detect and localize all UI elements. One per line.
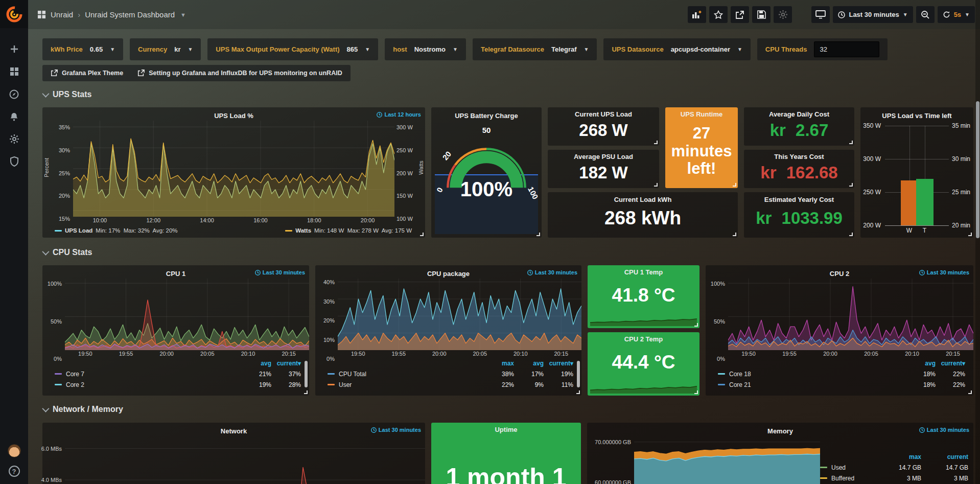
legend-entry[interactable]: WattsMin: 148 W Max: 278 W Avg: 175 W: [285, 227, 412, 234]
panel-resize-handle[interactable]: [694, 390, 698, 394]
panel-resize-handle[interactable]: [849, 183, 853, 187]
variable-value[interactable]: 865: [347, 45, 358, 53]
create-plus-icon[interactable]: [9, 43, 20, 55]
panel-title[interactable]: CPU 2 Temp: [624, 335, 663, 343]
configuration-gear-icon[interactable]: [9, 133, 20, 145]
panel-resize-handle[interactable]: [849, 141, 853, 144]
panel-resize-handle[interactable]: [420, 233, 424, 236]
panel-title[interactable]: Current UPS Load: [575, 110, 632, 118]
panel-resize-handle[interactable]: [733, 183, 736, 187]
legend-series-label[interactable]: Watts: [295, 227, 311, 234]
chevron-down-icon[interactable]: ▼: [180, 12, 186, 18]
panel-time-override[interactable]: Last 30 minutes: [527, 269, 577, 275]
legend-entry[interactable]: UPS LoadMin: 17% Max: 32% Avg: 20%: [55, 227, 178, 234]
panel-title[interactable]: Network: [221, 427, 247, 435]
cycle-view-mode-button[interactable]: [811, 6, 830, 23]
legend-sort-header[interactable]: current▾: [936, 360, 965, 367]
variable-telegraf-datasource[interactable]: Telegraf Datasource Telegraf ▼: [473, 38, 597, 60]
panel-title[interactable]: UPS Runtime: [681, 110, 722, 118]
panel-title[interactable]: CPU 1: [166, 270, 185, 278]
variable-value[interactable]: Telegraf: [551, 45, 577, 53]
page-scrollbar[interactable]: [975, 0, 980, 484]
admin-shield-icon[interactable]: [9, 156, 20, 167]
panel-time-override[interactable]: Last 30 minutes: [255, 269, 305, 275]
panel-title[interactable]: CPU package: [427, 270, 470, 278]
legend-series-label[interactable]: User: [339, 381, 352, 388]
dashboards-icon[interactable]: [9, 66, 20, 77]
legend-series-label[interactable]: Core 2: [66, 381, 84, 388]
panel-title[interactable]: CPU 2: [830, 270, 849, 278]
legend-scrollbar[interactable]: [305, 361, 308, 387]
panel-title[interactable]: Uptime: [495, 426, 517, 433]
panel-title[interactable]: Estimated Yearly Cost: [764, 196, 834, 203]
legend-sort-header[interactable]: current▾: [544, 360, 573, 367]
dashboard-settings-button[interactable]: [774, 6, 792, 23]
variable-value[interactable]: kr: [174, 45, 180, 53]
panel-title[interactable]: UPS Battery Charge: [455, 112, 518, 120]
legend-sort-header[interactable]: max: [484, 360, 514, 367]
variable-host[interactable]: host Nostromo ▼: [385, 38, 466, 60]
variable-value[interactable]: Nostromo: [414, 45, 446, 53]
section-network-memory[interactable]: Network / Memory: [42, 405, 123, 414]
legend-sort-header[interactable]: current: [921, 453, 968, 460]
share-button[interactable]: [731, 6, 749, 23]
panel-resize-handle[interactable]: [536, 233, 540, 236]
panel-resize-handle[interactable]: [733, 233, 736, 236]
legend-series-label[interactable]: Buffered: [831, 475, 854, 482]
refresh-picker[interactable]: 5s ▼: [938, 6, 975, 23]
variable-currency[interactable]: Currency kr ▼: [130, 38, 201, 60]
variable-ups-datasource[interactable]: UPS Datasource apcupsd-container ▼: [603, 38, 750, 60]
panel-time-override[interactable]: Last 30 minutes: [919, 269, 969, 275]
help-icon[interactable]: ?: [9, 466, 20, 477]
save-button[interactable]: [752, 6, 771, 23]
panel-resize-handle[interactable]: [576, 390, 580, 394]
panel-resize-handle[interactable]: [694, 323, 698, 327]
legend-series-label[interactable]: Core 21: [729, 381, 751, 388]
alerting-bell-icon[interactable]: [9, 111, 20, 122]
panel-title[interactable]: Memory: [767, 427, 793, 435]
user-avatar[interactable]: [8, 444, 21, 457]
cpu-threads-input[interactable]: [814, 41, 879, 57]
grafana-logo[interactable]: [0, 0, 28, 28]
variable-kwh-price[interactable]: kWh Price 0.65 ▼: [42, 38, 123, 60]
add-panel-button[interactable]: [688, 6, 706, 23]
link-grafana-plex-theme[interactable]: Grafana Plex Theme: [51, 70, 123, 77]
variable-ups-max-output[interactable]: UPS Max Output Power Capacity (Watt) 865…: [207, 38, 378, 60]
legend-sort-header[interactable]: current▾: [271, 360, 301, 367]
legend-sort-header[interactable]: max: [874, 453, 921, 460]
panel-resize-handle[interactable]: [654, 183, 658, 187]
legend-sort-header[interactable]: avg: [906, 360, 936, 367]
legend-series-label[interactable]: UPS Load: [65, 227, 92, 234]
legend-sort-header[interactable]: avg: [514, 360, 544, 367]
link-ups-monitoring-guide[interactable]: Setting up Grafana and InfluxDB for UPS …: [137, 70, 342, 77]
panel-title[interactable]: CPU 1 Temp: [624, 268, 663, 276]
panel-time-override[interactable]: Last 30 minutes: [919, 427, 969, 433]
panel-resize-handle[interactable]: [849, 233, 853, 236]
scrollbar-thumb[interactable]: [976, 101, 979, 238]
legend-series-label[interactable]: Core 7: [66, 371, 84, 378]
panel-resize-handle[interactable]: [654, 141, 658, 144]
explore-compass-icon[interactable]: [9, 88, 20, 100]
star-button[interactable]: [709, 6, 728, 23]
panel-title[interactable]: UPS Load %: [214, 112, 253, 120]
variable-value[interactable]: 0.65: [90, 45, 103, 53]
panel-title[interactable]: This Years Cost: [774, 153, 824, 160]
legend-series-label[interactable]: CPU Total: [339, 371, 366, 378]
panel-resize-handle[interactable]: [968, 233, 972, 236]
section-ups-stats[interactable]: UPS Stats: [42, 90, 91, 99]
variable-value[interactable]: apcupsd-container: [671, 45, 730, 53]
panel-title[interactable]: Average PSU Load: [574, 153, 633, 160]
panel-title[interactable]: UPS Load vs Time left: [882, 112, 951, 120]
breadcrumb-app[interactable]: Unraid: [51, 10, 73, 19]
panel-time-override[interactable]: Last 30 minutes: [371, 427, 421, 433]
zoom-out-button[interactable]: [916, 6, 935, 23]
panel-resize-handle[interactable]: [304, 390, 308, 394]
dashboard-grid-icon[interactable]: [37, 10, 46, 19]
breadcrumb-page-title[interactable]: Unraid System Dashboard: [85, 10, 175, 19]
legend-series-label[interactable]: Core 18: [729, 371, 751, 378]
legend-sort-header[interactable]: avg: [242, 360, 271, 367]
panel-title[interactable]: Average Daily Cost: [769, 110, 829, 118]
section-cpu-stats[interactable]: CPU Stats: [42, 248, 92, 257]
panel-time-override[interactable]: Last 12 hours: [377, 111, 421, 118]
legend-series-label[interactable]: Used: [831, 464, 846, 471]
